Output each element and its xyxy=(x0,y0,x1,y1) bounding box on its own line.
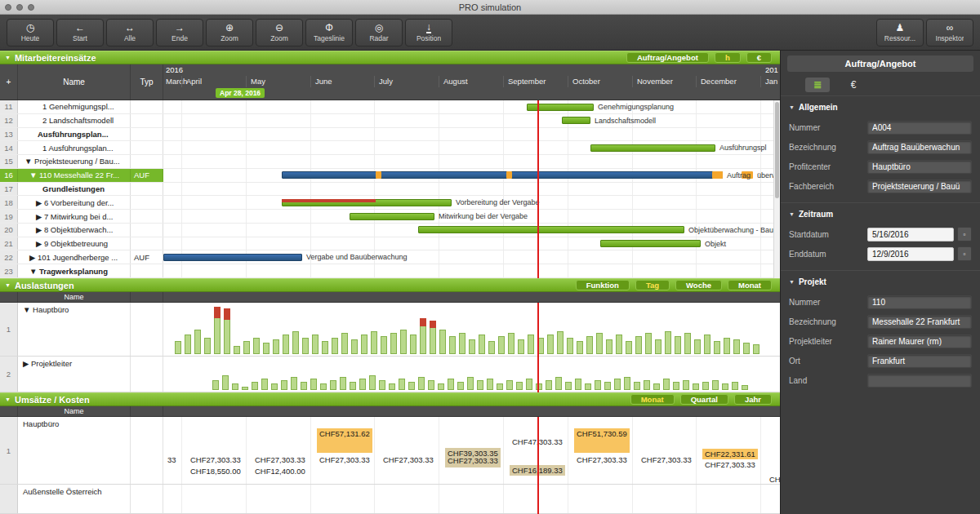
gantt-stunden-button[interactable]: h xyxy=(715,52,741,63)
tab-allgemein[interactable]: ≣ xyxy=(805,78,830,92)
toolbar-ressourcen-button[interactable]: ♟Ressour... xyxy=(876,19,924,47)
startdatum-input[interactable]: 5/16/2016 xyxy=(867,228,954,241)
enddatum-input[interactable]: 12/9/2016 xyxy=(867,247,954,261)
utilization-bar xyxy=(732,382,738,390)
gantt-row[interactable]: 17Grundleistungen xyxy=(0,183,780,197)
toolbar-zoom-in-button[interactable]: ⊕Zoom xyxy=(206,19,253,47)
toolbar-alle-button[interactable]: ↔Alle xyxy=(106,19,154,47)
gantt-row[interactable]: 20▶ 8 Objektüberwach...Objektüberwachung… xyxy=(0,224,780,237)
section-header[interactable]: ▼Zeitraum xyxy=(789,210,972,219)
tab-finanzen[interactable]: € xyxy=(841,78,866,92)
bar-marker[interactable] xyxy=(506,171,512,179)
row-number: 1 xyxy=(0,303,18,356)
bar-label: Vorbereitung der Vergabe xyxy=(456,196,540,210)
app-window: PRO simulation ◷Heute←Start↔Alle→Ende⊕Zo… xyxy=(0,0,980,514)
profitcenter-name: Außenstelle Österreich xyxy=(18,485,131,513)
task-bar[interactable] xyxy=(590,144,715,152)
month-tick xyxy=(760,76,761,87)
gantt-row[interactable]: 19▶ 7 Mitwirkung bei d...Mitwirkung bei … xyxy=(0,210,780,224)
utilization-funktion-button[interactable]: Funktion xyxy=(576,280,630,290)
task-bar[interactable] xyxy=(418,226,684,233)
fachbereich-input[interactable]: Projektsteuerung / Bauü xyxy=(867,179,972,193)
utilization-bar xyxy=(528,335,534,354)
inspector-section-allgemein: ▼AllgemeinNummerA004BezeichnungAuftrag B… xyxy=(781,96,980,202)
revenue-value: CHF22,331.61 xyxy=(702,449,758,459)
task-bar[interactable] xyxy=(350,213,434,220)
gantt-row[interactable]: 141 Ausführungsplan...Ausführungspl xyxy=(0,141,780,155)
utilization-bar xyxy=(712,380,719,390)
collapse-arrow-icon[interactable]: ▼ xyxy=(5,397,11,402)
gantt-row[interactable]: 111 Genehmigungspl...Genehmigungsplanung xyxy=(0,100,780,114)
month-label: July xyxy=(379,77,393,86)
nummer-input[interactable]: 110 xyxy=(867,295,972,309)
gantt-row[interactable]: 23▼ Tragwerksplanung xyxy=(0,264,780,278)
sliders-icon: ≣ xyxy=(813,79,822,91)
section-header[interactable]: ▼Projekt xyxy=(789,277,972,286)
month-tick xyxy=(632,76,633,87)
bezeichnung-input[interactable]: Messehalle 22 Frankfurt xyxy=(867,315,972,329)
task-typ xyxy=(131,114,163,127)
revenue-row[interactable]: Außenstelle Österreich xyxy=(0,485,780,514)
scrollbar-thumb[interactable] xyxy=(775,102,779,198)
land-input[interactable] xyxy=(867,374,972,388)
date-marker-badge[interactable]: Apr 28, 2016 xyxy=(216,88,265,98)
collapse-arrow-icon[interactable]: ▼ xyxy=(5,55,11,60)
vertical-scrollbar[interactable] xyxy=(773,100,780,278)
bar-marker[interactable] xyxy=(376,171,381,179)
calendar-button[interactable]: ▫ xyxy=(957,246,972,261)
profitcenter-input[interactable]: Hauptbüro xyxy=(867,160,972,174)
toolbar-tageslinie-button[interactable]: ΦTageslinie xyxy=(305,19,353,47)
toolbar-zoom-out-button[interactable]: ⊖Zoom xyxy=(256,19,303,47)
utilization-bar xyxy=(400,330,407,354)
toolbar-heute-button[interactable]: ◷Heute xyxy=(7,19,54,47)
gantt-row[interactable]: 15▼ Projektsteuerung / Bau... xyxy=(0,155,780,169)
ort-input[interactable]: Frankfurt xyxy=(867,354,972,368)
calendar-button[interactable]: ▫ xyxy=(957,227,972,241)
revenue-monat-button[interactable]: Monat xyxy=(630,394,675,405)
projektleiter-input[interactable]: Rainer Maurer (rm) xyxy=(867,335,972,348)
utilization-bar xyxy=(498,336,505,354)
gantt-mode-buttons: Auftrag/Angeboth€ xyxy=(626,52,772,63)
revenue-jahr-button[interactable]: Jahr xyxy=(734,394,772,405)
utilization-woche-button[interactable]: Woche xyxy=(675,280,722,290)
toolbar-radar-button[interactable]: ◎Radar xyxy=(355,19,403,47)
gantt-row[interactable]: 22▶ 101 Jugendherberge ...AUFVergabe und… xyxy=(0,250,780,264)
resource-name: ▶ Projektleiter xyxy=(18,357,131,392)
utilization-bar xyxy=(575,379,581,390)
gantt-auftrag-angebot-button[interactable]: Auftrag/Angebot xyxy=(626,52,709,63)
month-tick xyxy=(503,76,504,87)
toolbar-inspektor-button[interactable]: ∞Inspektor xyxy=(926,19,973,47)
task-name: ▶ 8 Objektüberwach... xyxy=(18,224,131,237)
utilization-monat-button[interactable]: Monat xyxy=(728,280,772,290)
utilization-tag-button[interactable]: Tag xyxy=(635,280,670,290)
task-bar[interactable] xyxy=(163,254,302,261)
add-row-button[interactable]: + xyxy=(0,64,18,100)
gantt-row[interactable]: 16▼ 110 Messehalle 22 Fr...AUFAuftragübe… xyxy=(0,169,780,183)
section-header[interactable]: ▼Allgemein xyxy=(789,103,972,112)
task-bar[interactable] xyxy=(600,240,701,247)
utilization-row[interactable]: 1▼ Hauptbüro xyxy=(0,303,780,357)
nummer-input[interactable]: A004 xyxy=(867,121,972,135)
gantt-row[interactable]: 122 LandschaftsmodellLandschaftsmodell xyxy=(0,114,780,128)
collapse-arrow-icon[interactable]: ▼ xyxy=(5,282,11,288)
bar-marker[interactable] xyxy=(712,171,723,179)
utilization-row[interactable]: 2▶ Projektleiter xyxy=(0,357,780,392)
task-typ xyxy=(131,264,163,277)
utilization-bar xyxy=(616,335,622,354)
revenue-value: CHF xyxy=(767,474,780,485)
task-bar[interactable] xyxy=(282,171,723,179)
gantt-row[interactable]: 21▶ 9 ObjektbetreuungObjekt xyxy=(0,237,780,251)
gantt-row[interactable]: 18▶ 6 Vorbereitung der...Vorbereitung de… xyxy=(0,196,780,210)
revenue-row[interactable]: 1Hauptbüro33CHF27,303.33CHF18,550.00CHF2… xyxy=(0,417,780,485)
revenue-quartal-button[interactable]: Quartal xyxy=(680,394,728,405)
bezeichnung-input[interactable]: Auftrag Bauüberwachun xyxy=(867,140,972,154)
task-timeline: Genehmigungsplanung xyxy=(163,100,780,113)
task-bar[interactable] xyxy=(562,117,590,124)
toolbar-ende-button[interactable]: →Ende xyxy=(156,19,203,47)
gantt-row[interactable]: 13Ausführungsplan... xyxy=(0,128,780,142)
month-label: April xyxy=(186,77,202,86)
gantt-euro-button[interactable]: € xyxy=(746,52,772,63)
bezeichnung-label: Bezeichnung xyxy=(789,143,867,152)
toolbar-start-button[interactable]: ←Start xyxy=(56,19,104,47)
toolbar-position-button[interactable]: ↓Position xyxy=(405,19,452,47)
